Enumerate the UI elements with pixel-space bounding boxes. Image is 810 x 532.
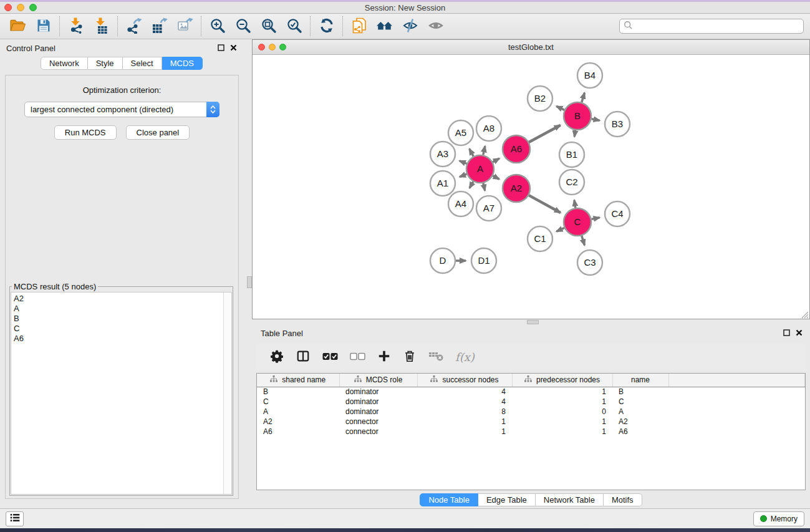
graph-node-B1[interactable]: B1 [559, 142, 584, 167]
task-history-button[interactable] [6, 511, 24, 526]
tab-edge-table[interactable]: Edge Table [478, 493, 536, 506]
cell-name[interactable]: C [612, 397, 668, 407]
edge-B-B1[interactable] [574, 130, 576, 137]
graph-node-A4[interactable]: A4 [448, 191, 473, 216]
graph-node-C2[interactable]: C2 [559, 170, 584, 195]
graph-node-A5[interactable]: A5 [448, 120, 473, 145]
export-network-button[interactable] [121, 16, 147, 37]
graph-node-A6[interactable]: A6 [503, 135, 530, 163]
hide-graphics-button[interactable] [397, 16, 423, 37]
mcds-result-item[interactable]: C [14, 324, 223, 334]
zoom-fit-button[interactable] [256, 16, 281, 37]
cell-name[interactable]: B [612, 387, 668, 397]
zoom-out-button[interactable] [230, 16, 256, 37]
table-row[interactable]: A6connector11A6 [257, 427, 805, 437]
cell-shared-name[interactable]: A6 [257, 427, 339, 437]
mcds-result-item[interactable]: A [14, 304, 223, 314]
deselect-all-button[interactable] [350, 351, 365, 364]
tab-mcds[interactable]: MCDS [162, 57, 203, 70]
edge-A6-B[interactable] [529, 125, 561, 142]
close-table-panel-icon[interactable] [796, 327, 803, 339]
close-panel-icon[interactable] [230, 42, 237, 54]
cell-predecessor-nodes[interactable]: 1 [512, 397, 612, 407]
graph-node-B[interactable]: B [564, 102, 591, 130]
open-session-button[interactable] [5, 16, 31, 37]
edge-B-B3[interactable] [592, 119, 600, 121]
delete-column-button[interactable] [403, 349, 417, 365]
graph-node-A1[interactable]: A1 [430, 171, 455, 196]
cell-successor-nodes[interactable]: 4 [417, 397, 512, 407]
run-mcds-button[interactable]: Run MCDS [54, 125, 117, 140]
cell-name[interactable]: A6 [612, 427, 668, 437]
export-image-button[interactable] [172, 16, 198, 37]
cell-shared-name[interactable]: B [257, 387, 339, 397]
memory-button[interactable]: Memory [753, 511, 804, 526]
tab-network-table[interactable]: Network Table [536, 493, 604, 506]
graph-node-B4[interactable]: B4 [577, 63, 602, 88]
edge-A-A7[interactable] [483, 183, 485, 191]
edge-A-A8[interactable] [483, 146, 485, 155]
resize-grip[interactable] [801, 310, 809, 318]
tab-network[interactable]: Network [41, 57, 88, 70]
table-row[interactable]: A2connector11A2 [257, 417, 805, 427]
table-row[interactable]: Adominator80A [257, 407, 805, 417]
tab-node-table[interactable]: Node Table [420, 493, 478, 506]
edge-C-C1[interactable] [556, 228, 564, 231]
edge-A2-C[interactable] [529, 195, 561, 213]
cell-successor-nodes[interactable]: 1 [417, 417, 512, 427]
cell-predecessor-nodes[interactable]: 0 [512, 407, 612, 417]
column-header-name[interactable]: name [612, 374, 668, 387]
table-row[interactable]: Cdominator41C [257, 397, 805, 407]
optimization-criterion-select[interactable]: largest connected component (directed) [24, 102, 219, 117]
tab-select[interactable]: Select [123, 57, 162, 70]
graph-node-A3[interactable]: A3 [430, 142, 455, 167]
graph-node-D[interactable]: D [430, 248, 455, 273]
cell-predecessor-nodes[interactable]: 1 [512, 417, 612, 427]
graph-node-D1[interactable]: D1 [471, 248, 496, 273]
cell-mcds-role[interactable]: dominator [339, 407, 417, 417]
search-input[interactable] [635, 22, 799, 31]
close-panel-button[interactable]: Close panel [126, 125, 190, 140]
edge-C-C3[interactable] [582, 236, 585, 245]
splitter-handle-horizontal[interactable] [527, 320, 539, 324]
mcds-result-scrollbar[interactable] [223, 293, 231, 494]
edge-C-C4[interactable] [592, 218, 600, 220]
graph-node-C3[interactable]: C3 [577, 250, 602, 275]
column-header-successor-nodes[interactable]: successor nodes [417, 374, 512, 387]
cell-successor-nodes[interactable]: 4 [417, 387, 512, 397]
splitter-handle-vertical[interactable] [247, 276, 252, 288]
column-header-mcds-role[interactable]: MCDS role [339, 374, 417, 387]
table-settings-button[interactable] [270, 349, 284, 365]
zoom-in-button[interactable] [205, 16, 230, 37]
cell-name[interactable]: A [612, 407, 668, 417]
edge-A-A2[interactable] [493, 176, 499, 180]
edge-A-A5[interactable] [470, 149, 474, 157]
float-panel-icon[interactable] [218, 42, 224, 54]
float-table-panel-icon[interactable] [783, 327, 790, 339]
add-column-button[interactable] [377, 349, 391, 365]
cell-shared-name[interactable]: A2 [257, 417, 339, 427]
graph-node-C4[interactable]: C4 [605, 201, 630, 226]
cell-mcds-role[interactable]: dominator [339, 397, 417, 407]
cell-predecessor-nodes[interactable]: 1 [512, 387, 612, 397]
show-graphics-button[interactable] [423, 16, 448, 37]
mcds-result-item[interactable]: B [14, 314, 223, 324]
cell-mcds-role[interactable]: connector [339, 427, 417, 437]
select-all-button[interactable] [322, 351, 338, 364]
column-header-shared-name[interactable]: shared name [257, 374, 339, 387]
graph-node-A[interactable]: A [466, 155, 494, 183]
edge-C-C2[interactable] [574, 200, 576, 208]
cell-mcds-role[interactable]: connector [339, 417, 417, 427]
import-network-button[interactable] [63, 16, 89, 37]
cell-successor-nodes[interactable]: 8 [417, 407, 512, 417]
edge-B-B2[interactable] [556, 106, 564, 110]
edge-A-A6[interactable] [493, 158, 499, 162]
home-button[interactable] [372, 16, 397, 37]
delete-table-button[interactable] [428, 351, 443, 364]
search-field[interactable] [619, 19, 804, 34]
import-table-button[interactable] [89, 16, 114, 37]
mcds-result-item[interactable]: A6 [14, 334, 223, 344]
network-canvas[interactable]: B4B2BB3B1A5A8A6A3AA1A4A7A2C2CC4C1C3DD1 [253, 55, 809, 319]
refresh-button[interactable] [314, 16, 339, 37]
edge-A-A4[interactable] [470, 181, 473, 188]
